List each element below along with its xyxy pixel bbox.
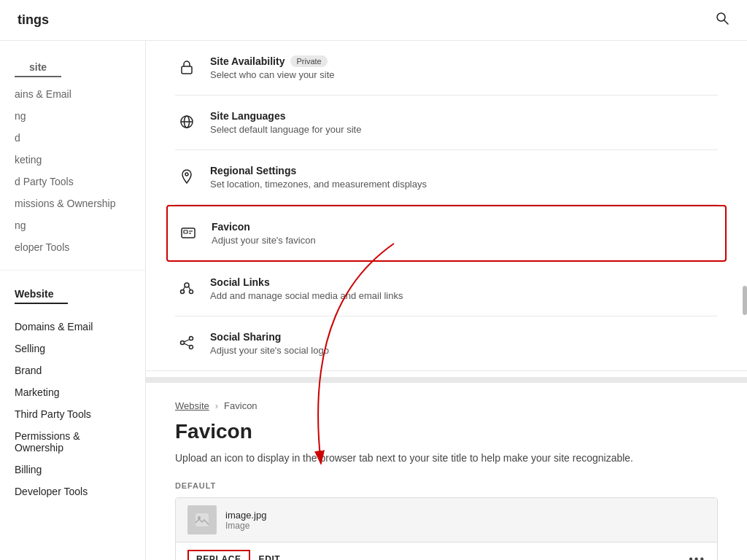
social-sharing-icon xyxy=(175,331,198,354)
svg-point-17 xyxy=(181,341,185,345)
svg-point-18 xyxy=(190,346,193,349)
favicon-page-description: Upload an icon to display in the browser… xyxy=(175,452,718,464)
top-header: tings xyxy=(0,0,747,41)
search-icon[interactable] xyxy=(715,11,729,29)
svg-point-11 xyxy=(185,283,189,287)
svg-rect-2 xyxy=(182,66,192,74)
globe-icon xyxy=(175,110,198,133)
social-sharing-title: Social Sharing xyxy=(210,331,329,343)
svg-rect-21 xyxy=(196,513,209,526)
sidebar-item-marketing-top[interactable]: keting xyxy=(0,149,145,171)
location-icon xyxy=(175,165,198,188)
svg-line-20 xyxy=(184,343,190,346)
settings-item-regional[interactable]: Regional Settings Set location, timezone… xyxy=(175,150,718,205)
image-type: Image xyxy=(225,521,705,531)
site-languages-title: Site Languages xyxy=(210,110,361,122)
image-preview: image.jpg Image xyxy=(176,498,717,542)
svg-point-0 xyxy=(717,13,725,21)
sidebar-item-permissions[interactable]: Permissions & Ownership xyxy=(0,425,145,459)
regional-settings-title: Regional Settings xyxy=(210,165,427,176)
replace-button[interactable]: REPLACE xyxy=(187,550,250,560)
sidebar-item-developer[interactable]: Developer Tools xyxy=(0,481,145,502)
settings-list: Site Availability Private Select who can… xyxy=(175,41,718,370)
settings-item-languages[interactable]: Site Languages Select default language f… xyxy=(175,96,718,150)
sidebar-item-domains[interactable]: Domains & Email xyxy=(0,316,145,338)
private-badge: Private xyxy=(290,55,327,67)
scrollbar[interactable] xyxy=(743,286,747,315)
svg-rect-8 xyxy=(184,230,187,233)
svg-point-16 xyxy=(190,337,193,341)
sidebar-section-bottom: Website xyxy=(15,282,68,304)
main-layout: site ains & Email ng d keting d Party To… xyxy=(0,41,747,560)
svg-line-15 xyxy=(189,287,191,290)
more-button[interactable]: ••• xyxy=(689,553,705,560)
svg-line-19 xyxy=(184,340,190,343)
image-name: image.jpg xyxy=(225,510,705,521)
social-links-title: Social Links xyxy=(210,276,403,288)
default-section-label: DEFAULT xyxy=(175,481,718,490)
sidebar-item-selling[interactable]: Selling xyxy=(0,338,145,359)
page-title: tings xyxy=(18,12,49,28)
sidebar-item-domains-top[interactable]: ains & Email xyxy=(0,83,145,105)
svg-point-12 xyxy=(181,290,185,294)
sidebar-item-billing-top[interactable]: ng xyxy=(0,214,145,236)
sidebar-item-marketing[interactable]: Marketing xyxy=(0,381,145,403)
regional-settings-desc: Set location, timezones, and measurement… xyxy=(210,179,427,190)
breadcrumb: Website › Favicon xyxy=(175,400,718,411)
image-thumbnail xyxy=(187,505,217,534)
sidebar-item-selling-top[interactable]: ng xyxy=(0,105,145,127)
image-card-actions: REPLACE EDIT ••• xyxy=(176,542,717,560)
site-languages-desc: Select default language for your site xyxy=(210,124,361,135)
favicon-title: Favicon xyxy=(212,221,316,233)
breadcrumb-current: Favicon xyxy=(224,400,258,411)
sidebar-item-developer-top[interactable]: eloper Tools xyxy=(0,236,145,258)
sidebar-section-top: site xyxy=(15,55,61,77)
breadcrumb-parent[interactable]: Website xyxy=(175,400,209,411)
settings-item-availability[interactable]: Site Availability Private Select who can… xyxy=(175,41,718,96)
settings-item-social-sharing[interactable]: Social Sharing Adjust your site's social… xyxy=(175,316,718,370)
sidebar-item-billing[interactable]: Billing xyxy=(0,459,145,481)
favicon-icon xyxy=(177,221,200,244)
favicon-image-card: image.jpg Image REPLACE EDIT ••• xyxy=(175,497,718,560)
site-availability-title: Site Availability Private xyxy=(210,55,335,67)
breadcrumb-separator: › xyxy=(215,400,218,411)
svg-line-1 xyxy=(724,20,728,24)
sidebar-item-thirdparty[interactable]: Third Party Tools xyxy=(0,403,145,425)
svg-line-14 xyxy=(183,287,185,290)
settings-item-social-links[interactable]: Social Links Add and manage social media… xyxy=(175,262,718,316)
settings-item-favicon[interactable]: Favicon Adjust your site's favicon xyxy=(166,205,727,262)
sidebar: site ains & Email ng d keting d Party To… xyxy=(0,41,146,560)
social-links-icon xyxy=(175,276,198,300)
sidebar-item-permissions-top[interactable]: missions & Ownership xyxy=(0,192,145,214)
content-area: Site Availability Private Select who can… xyxy=(146,41,747,560)
site-availability-desc: Select who can view your site xyxy=(210,69,335,80)
svg-point-6 xyxy=(185,173,188,176)
sidebar-item-thirdparty-top[interactable]: d Party Tools xyxy=(0,171,145,192)
favicon-desc: Adjust your site's favicon xyxy=(212,235,316,246)
settings-panel: Site Availability Private Select who can… xyxy=(146,41,747,371)
favicon-detail-panel: Website › Favicon Favicon Upload an icon… xyxy=(146,377,747,560)
social-sharing-desc: Adjust your site's social logo xyxy=(210,345,329,356)
image-info: image.jpg Image xyxy=(225,510,705,531)
edit-button[interactable]: EDIT xyxy=(259,554,281,560)
svg-point-13 xyxy=(190,290,193,294)
lock-icon xyxy=(175,55,198,79)
sidebar-item-brand[interactable]: Brand xyxy=(0,359,145,381)
sidebar-item-brand-top[interactable]: d xyxy=(0,127,145,149)
social-links-desc: Add and manage social media and email li… xyxy=(210,290,403,301)
favicon-page-title: Favicon xyxy=(175,420,718,443)
